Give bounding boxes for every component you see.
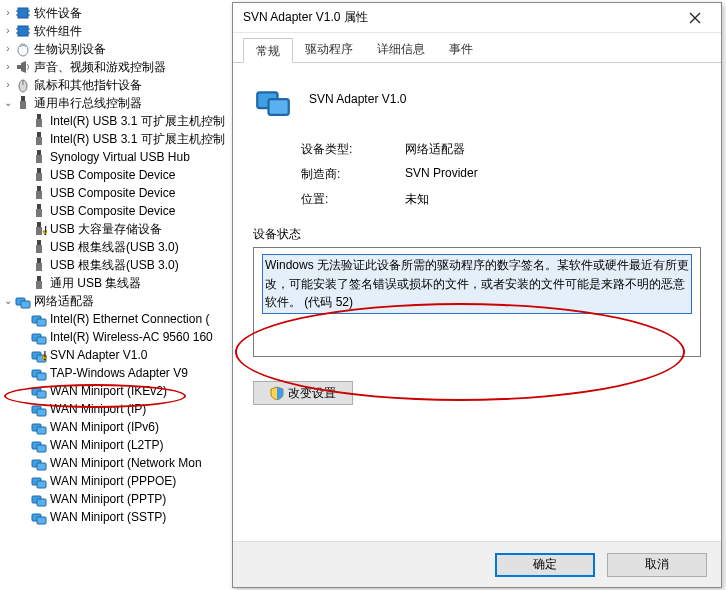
tree-node-label: 软件设备 bbox=[34, 4, 82, 22]
tree-node-label: WAN Miniport (IP) bbox=[50, 400, 146, 418]
device-status-label: 设备状态 bbox=[253, 226, 701, 243]
shield-icon bbox=[270, 386, 284, 400]
close-icon bbox=[689, 12, 701, 24]
tree-node[interactable]: ⌄通用串行总线控制器 bbox=[0, 94, 230, 112]
device-type-label: 设备类型: bbox=[301, 141, 405, 158]
tree-node[interactable]: ·USB Composite Device bbox=[0, 166, 230, 184]
expand-toggle-icon[interactable]: › bbox=[2, 76, 14, 94]
expand-toggle-icon[interactable]: › bbox=[2, 22, 14, 40]
tree-node[interactable]: ·Intel(R) Wireless-AC 9560 160 bbox=[0, 328, 230, 346]
net-icon bbox=[14, 293, 32, 309]
device-status-field[interactable]: Windows 无法验证此设备所需的驱动程序的数字签名。某软件或硬件最近有所更改… bbox=[253, 247, 701, 357]
tree-node-label: WAN Miniport (PPPOE) bbox=[50, 472, 176, 490]
location-value: 未知 bbox=[405, 191, 429, 208]
dialog-footer: 确定 取消 bbox=[233, 541, 721, 587]
tree-node[interactable]: ·WAN Miniport (PPPOE) bbox=[0, 472, 230, 490]
properties-dialog: SVN Adapter V1.0 属性 常规 驱动程序 详细信息 事件 SVN … bbox=[232, 2, 722, 588]
net-icon bbox=[30, 509, 48, 525]
tab-general[interactable]: 常规 bbox=[243, 38, 293, 63]
tree-indent: · bbox=[18, 256, 30, 274]
tree-node-label: Intel(R) USB 3.1 可扩展主机控制 bbox=[50, 112, 225, 130]
device-tree[interactable]: ›软件设备›软件组件›生物识别设备›声音、视频和游戏控制器›鼠标和其他指针设备⌄… bbox=[0, 0, 230, 590]
tree-node[interactable]: ·Intel(R) Ethernet Connection ( bbox=[0, 310, 230, 328]
tab-row: 常规 驱动程序 详细信息 事件 bbox=[233, 37, 721, 63]
tree-node[interactable]: ·Intel(R) USB 3.1 可扩展主机控制 bbox=[0, 112, 230, 130]
tab-driver[interactable]: 驱动程序 bbox=[293, 37, 365, 62]
tree-node[interactable]: ·WAN Miniport (IKEv2) bbox=[0, 382, 230, 400]
usbp-icon bbox=[30, 185, 48, 201]
tree-node[interactable]: ·SVN Adapter V1.0 bbox=[0, 346, 230, 364]
tree-indent: · bbox=[18, 202, 30, 220]
usbp-icon bbox=[30, 149, 48, 165]
tree-node-label: WAN Miniport (PPTP) bbox=[50, 490, 166, 508]
net-icon bbox=[30, 365, 48, 381]
tree-node[interactable]: ·USB Composite Device bbox=[0, 184, 230, 202]
tree-node[interactable]: ›软件组件 bbox=[0, 22, 230, 40]
tree-node[interactable]: ·Synology Virtual USB Hub bbox=[0, 148, 230, 166]
tree-node-label: 通用 USB 集线器 bbox=[50, 274, 141, 292]
tree-node[interactable]: ·通用 USB 集线器 bbox=[0, 274, 230, 292]
tree-node[interactable]: ›生物识别设备 bbox=[0, 40, 230, 58]
finger-icon bbox=[14, 41, 32, 57]
expand-toggle-icon[interactable]: › bbox=[2, 40, 14, 58]
tree-node-label: 生物识别设备 bbox=[34, 40, 106, 58]
tree-node-label: TAP-Windows Adapter V9 bbox=[50, 364, 188, 382]
tree-node-label: USB Composite Device bbox=[50, 184, 175, 202]
tree-indent: · bbox=[18, 472, 30, 490]
tree-node[interactable]: ·WAN Miniport (IP) bbox=[0, 400, 230, 418]
expand-toggle-icon[interactable]: ⌄ bbox=[2, 94, 14, 112]
manufacturer-value: SVN Provider bbox=[405, 166, 478, 183]
tree-indent: · bbox=[18, 184, 30, 202]
tree-node[interactable]: ·WAN Miniport (PPTP) bbox=[0, 490, 230, 508]
tab-details[interactable]: 详细信息 bbox=[365, 37, 437, 62]
device-name: SVN Adapter V1.0 bbox=[309, 92, 406, 106]
tree-node[interactable]: ·USB 根集线器(USB 3.0) bbox=[0, 256, 230, 274]
change-settings-button[interactable]: 改变设置 bbox=[253, 381, 353, 405]
tree-node-label: SVN Adapter V1.0 bbox=[50, 346, 147, 364]
tree-node[interactable]: ›鼠标和其他指针设备 bbox=[0, 76, 230, 94]
tree-node[interactable]: ·USB 根集线器(USB 3.0) bbox=[0, 238, 230, 256]
expand-toggle-icon[interactable]: › bbox=[2, 58, 14, 76]
tree-indent: · bbox=[18, 490, 30, 508]
tree-node[interactable]: ⌄网络适配器 bbox=[0, 292, 230, 310]
tree-indent: · bbox=[18, 112, 30, 130]
tree-node[interactable]: ·WAN Miniport (IPv6) bbox=[0, 418, 230, 436]
tree-node-label: WAN Miniport (L2TP) bbox=[50, 436, 164, 454]
device-large-icon bbox=[253, 81, 293, 117]
tree-node-label: 鼠标和其他指针设备 bbox=[34, 76, 142, 94]
expand-toggle-icon[interactable]: › bbox=[2, 4, 14, 22]
tree-node-label: Intel(R) Wireless-AC 9560 160 bbox=[50, 328, 213, 346]
tree-node[interactable]: ·TAP-Windows Adapter V9 bbox=[0, 364, 230, 382]
tree-node[interactable]: ›声音、视频和游戏控制器 bbox=[0, 58, 230, 76]
tree-node[interactable]: ·Intel(R) USB 3.1 可扩展主机控制 bbox=[0, 130, 230, 148]
tree-indent: · bbox=[18, 436, 30, 454]
tree-node[interactable]: ·WAN Miniport (Network Mon bbox=[0, 454, 230, 472]
tree-node[interactable]: ·USB Composite Device bbox=[0, 202, 230, 220]
tree-node-label: USB Composite Device bbox=[50, 202, 175, 220]
tab-events[interactable]: 事件 bbox=[437, 37, 485, 62]
expand-toggle-icon[interactable]: ⌄ bbox=[2, 292, 14, 310]
tree-node-label: WAN Miniport (IPv6) bbox=[50, 418, 159, 436]
net-icon bbox=[30, 419, 48, 435]
net-icon bbox=[30, 311, 48, 327]
tree-node-label: 软件组件 bbox=[34, 22, 82, 40]
tree-node[interactable]: ·WAN Miniport (L2TP) bbox=[0, 436, 230, 454]
device-type-value: 网络适配器 bbox=[405, 141, 465, 158]
tree-indent: · bbox=[18, 310, 30, 328]
usbp-icon bbox=[30, 275, 48, 291]
tree-node[interactable]: ·WAN Miniport (SSTP) bbox=[0, 508, 230, 526]
tree-node[interactable]: ·USB 大容量存储设备 bbox=[0, 220, 230, 238]
cancel-button[interactable]: 取消 bbox=[607, 553, 707, 577]
tree-node-label: 声音、视频和游戏控制器 bbox=[34, 58, 166, 76]
tree-node-label: 网络适配器 bbox=[34, 292, 94, 310]
close-button[interactable] bbox=[675, 4, 715, 32]
ok-button[interactable]: 确定 bbox=[495, 553, 595, 577]
usbp-icon bbox=[30, 257, 48, 273]
manufacturer-label: 制造商: bbox=[301, 166, 405, 183]
titlebar[interactable]: SVN Adapter V1.0 属性 bbox=[233, 3, 721, 33]
tree-indent: · bbox=[18, 418, 30, 436]
usbp-icon bbox=[30, 131, 48, 147]
mouse-icon bbox=[14, 77, 32, 93]
tree-node-label: Synology Virtual USB Hub bbox=[50, 148, 190, 166]
tree-node[interactable]: ›软件设备 bbox=[0, 4, 230, 22]
